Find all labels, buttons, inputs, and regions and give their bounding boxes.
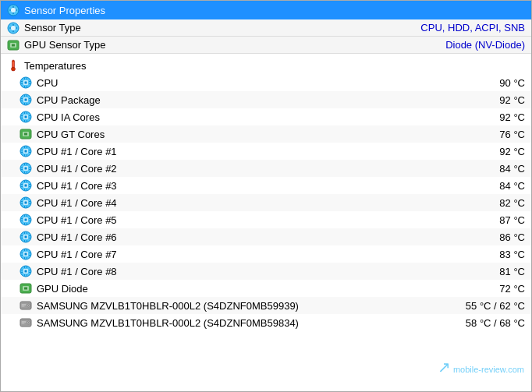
temp-label-cpu1-core3: CPU #1 / Core #3 — [20, 179, 369, 192]
temp-label-cpu1-core1: CPU #1 / Core #1 — [20, 145, 369, 157]
temp-label-text-cpu1-core4: CPU #1 / Core #4 — [37, 197, 117, 209]
temp-row-cpu1-core2: CPU #1 / Core #2 84 °C — [1, 160, 531, 177]
temp-value-cpu1-core8: 81 °C — [369, 266, 525, 277]
svg-rect-53 — [22, 306, 25, 307]
cpu-chip-icon — [20, 94, 32, 106]
svg-point-1 — [11, 8, 16, 12]
content-area: Sensor Type CPU, HDD, ACPI, SNB GPU Sens… — [1, 19, 531, 331]
temp-row-cpu1-core7: CPU #1 / Core #7 83 °C — [1, 245, 531, 263]
title-bar-icon — [7, 4, 20, 16]
temp-label-cpu-gt-cores: CPU GT Cores — [20, 128, 369, 140]
title-bar-text: Sensor Properties — [24, 5, 105, 16]
gpu-sensor-label: GPU Sensor Type — [7, 39, 369, 51]
temp-label-cpu1-core2: CPU #1 / Core #2 — [20, 162, 369, 175]
watermark-arrow: ↗ — [438, 358, 451, 376]
temp-label-text-cpu1-core7: CPU #1 / Core #7 — [37, 249, 117, 260]
temp-row-cpu1-core8: CPU #1 / Core #8 81 °C — [1, 263, 531, 280]
watermark: ↗ mobile-review.com — [438, 358, 524, 376]
svg-rect-30 — [25, 185, 27, 187]
cpu-chip-icon — [20, 179, 32, 192]
temp-row-samsung-1: SAMSUNG MZVLB1T0HBLR-000L2 (S4DZNF0MB599… — [1, 297, 531, 314]
svg-rect-27 — [25, 168, 27, 170]
temp-value-cpu1-core7: 83 °C — [369, 249, 525, 260]
sensor-type-value: CPU, HDD, ACPI, SNB — [369, 22, 525, 34]
temp-label-text-gpu-diode: GPU Diode — [37, 283, 88, 295]
cpu-chip-icon — [20, 214, 32, 226]
hdd-icon — [20, 299, 32, 312]
temp-row-cpu1-core3: CPU #1 / Core #3 84 °C — [1, 177, 531, 194]
temp-label-text-cpu1-core6: CPU #1 / Core #6 — [37, 231, 117, 243]
temp-row-gpu-diode: GPU Diode 72 °C — [1, 280, 531, 297]
temp-label-gpu-diode: GPU Diode — [20, 282, 369, 295]
temperatures-label: Temperatures — [7, 59, 525, 72]
cpu-chip-icon — [20, 145, 32, 157]
svg-rect-9 — [12, 62, 14, 67]
temp-label-cpu-ia-cores: CPU IA Cores — [20, 111, 369, 123]
cpu-chip-icon — [20, 162, 32, 175]
temp-label-cpu-package: CPU Package — [20, 94, 369, 106]
temp-value-cpu-ia-cores: 92 °C — [369, 111, 525, 123]
svg-point-51 — [28, 305, 30, 306]
svg-point-8 — [12, 67, 16, 71]
temp-label-text-cpu1-core2: CPU #1 / Core #2 — [37, 163, 117, 175]
svg-rect-24 — [25, 150, 27, 153]
title-bar: Sensor Properties — [1, 1, 531, 19]
svg-rect-18 — [25, 116, 27, 118]
sensor-type-row: Sensor Type CPU, HDD, ACPI, SNB — [1, 19, 531, 37]
svg-rect-36 — [25, 219, 27, 221]
sensor-properties-window: Sensor Properties Sensor Type CPU, HDD, … — [0, 0, 532, 392]
svg-rect-42 — [25, 253, 27, 256]
temp-label-samsung-1: SAMSUNG MZVLB1T0HBLR-000L2 (S4DZNF0MB599… — [20, 299, 369, 312]
cpu-chip-icon — [20, 231, 32, 243]
cpu-chip-icon — [20, 196, 32, 209]
temp-value-cpu1-core3: 84 °C — [369, 180, 525, 192]
gpu-sensor-value: Diode (NV-Diode) — [369, 39, 525, 51]
temp-value-cpu1-core1: 92 °C — [369, 146, 525, 157]
svg-point-56 — [28, 322, 30, 323]
temp-label-cpu1-core5: CPU #1 / Core #5 — [20, 214, 369, 226]
temp-row-cpu-gt-cores: CPU GT Cores 76 °C — [1, 125, 531, 143]
temp-row-cpu1-core5: CPU #1 / Core #5 87 °C — [1, 211, 531, 228]
svg-rect-48 — [24, 288, 27, 290]
svg-rect-58 — [22, 323, 25, 324]
temp-row-samsung-2: SAMSUNG MZVLB1T0HBLR-000L2 (S4DZNF0MB598… — [1, 314, 531, 331]
temp-row-cpu: CPU 90 °C — [1, 74, 531, 91]
temp-value-cpu: 90 °C — [369, 77, 525, 89]
gpu-small-icon — [20, 282, 32, 295]
cpu-chip-icon — [20, 265, 32, 277]
svg-rect-21 — [24, 133, 27, 136]
watermark-text: mobile-review.com — [453, 365, 524, 374]
temp-label-text-cpu-ia-cores: CPU IA Cores — [37, 111, 100, 123]
temp-label-text-samsung-1: SAMSUNG MZVLB1T0HBLR-000L2 (S4DZNF0MB599… — [37, 300, 299, 312]
temperatures-section-header: Temperatures — [1, 57, 531, 74]
temp-value-gpu-diode: 72 °C — [369, 283, 525, 295]
sensor-icon — [7, 22, 20, 34]
temp-value-cpu-package: 92 °C — [369, 94, 525, 106]
temp-label-cpu1-core7: CPU #1 / Core #7 — [20, 248, 369, 260]
temp-label-text-cpu1-core3: CPU #1 / Core #3 — [37, 180, 117, 192]
svg-rect-12 — [25, 82, 27, 84]
cpu-chip-icon — [20, 111, 32, 123]
temp-label-text-cpu-gt-cores: CPU GT Cores — [37, 129, 105, 140]
temp-label-text-samsung-2: SAMSUNG MZVLB1T0HBLR-000L2 (S4DZNF0MB598… — [37, 317, 299, 329]
temp-row-cpu1-core6: CPU #1 / Core #6 86 °C — [1, 228, 531, 245]
svg-rect-52 — [22, 305, 27, 305]
svg-rect-33 — [25, 202, 27, 204]
temp-value-cpu1-core2: 84 °C — [369, 163, 525, 175]
cpu-chip-icon — [20, 248, 32, 260]
temp-label-cpu1-core8: CPU #1 / Core #8 — [20, 265, 369, 277]
svg-rect-57 — [22, 322, 27, 323]
temp-label-cpu1-core4: CPU #1 / Core #4 — [20, 196, 369, 209]
temp-label-cpu: CPU — [20, 76, 369, 89]
svg-rect-39 — [25, 236, 27, 238]
temp-value-cpu1-core5: 87 °C — [369, 214, 525, 226]
temp-value-samsung-2: 58 °C / 68 °C — [369, 317, 525, 329]
temp-row-cpu-ia-cores: CPU IA Cores 92 °C — [1, 108, 531, 125]
gpu-icon — [7, 39, 20, 51]
temp-label-samsung-2: SAMSUNG MZVLB1T0HBLR-000L2 (S4DZNF0MB598… — [20, 316, 369, 329]
temp-label-text-cpu: CPU — [37, 77, 58, 89]
temperature-rows-container: CPU 90 °C CPU Package 92 °C CP — [1, 74, 531, 331]
temp-label-text-cpu1-core5: CPU #1 / Core #5 — [37, 214, 117, 226]
temp-row-cpu1-core1: CPU #1 / Core #1 92 °C — [1, 143, 531, 160]
temp-row-cpu-package: CPU Package 92 °C — [1, 91, 531, 108]
